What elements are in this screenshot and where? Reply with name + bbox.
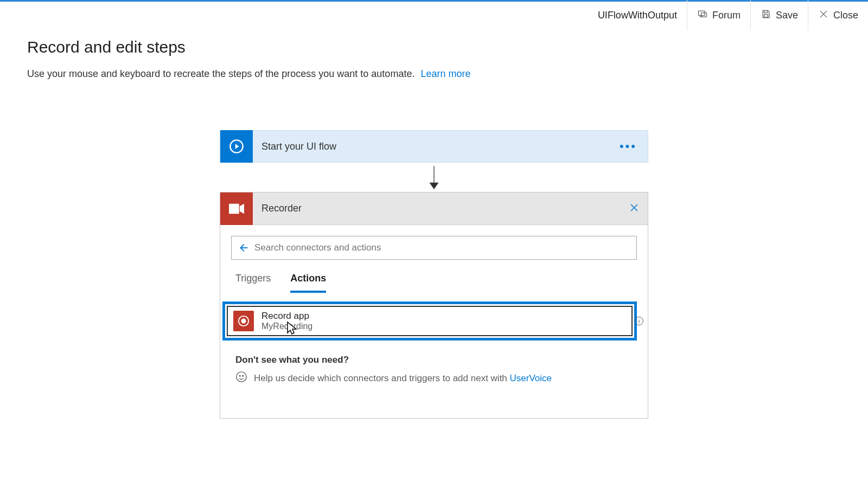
forum-icon — [697, 9, 708, 22]
search-bar[interactable] — [231, 236, 637, 260]
svg-marker-4 — [235, 144, 239, 149]
play-circle-icon — [220, 130, 253, 163]
svg-marker-8 — [240, 203, 244, 214]
flow-name: UIFlowWithOutput — [588, 10, 687, 21]
svg-rect-0 — [698, 11, 705, 15]
action-title: Record app — [261, 311, 312, 322]
action-subtitle: MyRecording — [261, 322, 312, 331]
close-label: Close — [833, 10, 858, 21]
page-subtitle: Use your mouse and keyboard to recreate … — [27, 68, 841, 80]
search-input[interactable] — [249, 242, 631, 253]
smile-icon — [235, 371, 247, 386]
forum-label: Forum — [712, 10, 741, 21]
help-text: Help us decide which connectors and trig… — [254, 373, 510, 383]
recorder-card: Recorder Triggers Actions — [220, 192, 648, 419]
learn-more-link[interactable]: Learn more — [420, 68, 470, 79]
svg-rect-1 — [701, 12, 706, 17]
save-button[interactable]: Save — [750, 0, 808, 30]
arrow-down-icon — [427, 163, 441, 192]
svg-rect-2 — [764, 14, 768, 17]
page-title: Record and edit steps — [27, 38, 841, 56]
svg-point-13 — [242, 375, 244, 376]
info-icon[interactable]: i — [635, 317, 643, 325]
record-app-action[interactable]: Record app MyRecording — [227, 306, 633, 336]
svg-point-11 — [237, 372, 246, 382]
start-flow-card[interactable]: Start your UI flow ••• — [220, 130, 648, 163]
svg-marker-6 — [430, 183, 438, 188]
uservoice-link[interactable]: UserVoice — [510, 373, 552, 383]
selection-highlight: Record app MyRecording — [222, 301, 637, 341]
record-icon — [233, 311, 254, 331]
more-menu-icon[interactable]: ••• — [609, 139, 648, 153]
tab-triggers[interactable]: Triggers — [235, 273, 271, 293]
tab-actions[interactable]: Actions — [290, 273, 326, 293]
back-arrow-icon[interactable] — [237, 242, 249, 254]
save-icon — [761, 9, 771, 22]
save-label: Save — [776, 10, 798, 21]
svg-point-12 — [239, 375, 240, 376]
svg-rect-7 — [229, 203, 239, 214]
svg-point-10 — [241, 318, 246, 323]
forum-button[interactable]: Forum — [687, 0, 750, 30]
close-button[interactable]: Close — [808, 0, 868, 30]
page-subtitle-text: Use your mouse and keyboard to recreate … — [27, 68, 414, 79]
recorder-title: Recorder — [253, 203, 621, 214]
help-title: Don't see what you need? — [235, 355, 637, 365]
camera-icon — [220, 192, 253, 225]
close-icon — [818, 9, 829, 22]
start-flow-label: Start your UI flow — [253, 141, 609, 152]
close-recorder-button[interactable] — [621, 203, 648, 215]
